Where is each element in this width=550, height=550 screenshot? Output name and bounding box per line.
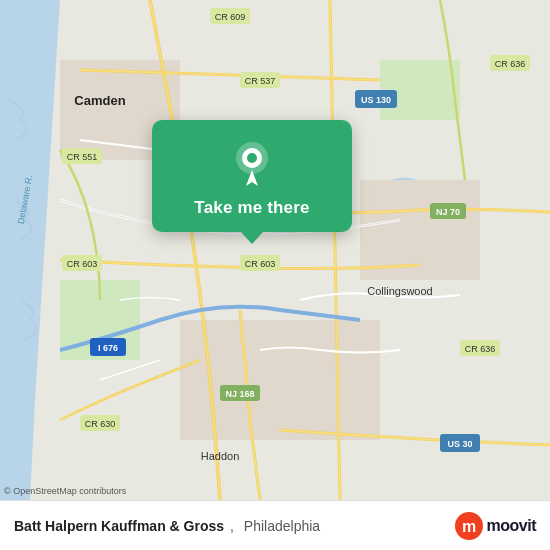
moovit-text: moovit: [487, 517, 536, 535]
place-city-name: Philadelphia: [244, 518, 320, 534]
svg-text:Camden: Camden: [74, 93, 125, 108]
svg-text:Haddon: Haddon: [201, 450, 240, 462]
svg-text:CR 603: CR 603: [67, 259, 98, 269]
svg-text:US 130: US 130: [361, 95, 391, 105]
moovit-logo: m moovit: [455, 512, 536, 540]
svg-text:CR 537: CR 537: [245, 76, 276, 86]
svg-text:CR 609: CR 609: [215, 12, 246, 22]
pin-icon: [228, 138, 276, 186]
svg-text:NJ 70: NJ 70: [436, 207, 460, 217]
place-city: ,: [230, 518, 238, 534]
svg-text:I 676: I 676: [98, 343, 118, 353]
svg-text:CR 551: CR 551: [67, 152, 98, 162]
card-label: Take me there: [194, 198, 309, 218]
svg-text:© OpenStreetMap contributors: © OpenStreetMap contributors: [4, 486, 127, 496]
svg-text:m: m: [461, 518, 475, 535]
svg-text:CR 636: CR 636: [495, 59, 526, 69]
place-info: Batt Halpern Kauffman & Gross , Philadel…: [14, 518, 320, 534]
svg-text:Collingswood: Collingswood: [367, 285, 432, 297]
map-container[interactable]: CR 609 CR 537 US 130 CR 636 CR 551 NJ 70…: [0, 0, 550, 500]
bottom-bar: Batt Halpern Kauffman & Gross , Philadel…: [0, 500, 550, 550]
location-card[interactable]: Take me there: [152, 120, 352, 232]
svg-text:CR 630: CR 630: [85, 419, 116, 429]
svg-text:US 30: US 30: [447, 439, 472, 449]
svg-point-44: [247, 153, 257, 163]
svg-text:CR 636: CR 636: [465, 344, 496, 354]
svg-text:CR 603: CR 603: [245, 259, 276, 269]
svg-text:NJ 168: NJ 168: [225, 389, 254, 399]
moovit-icon: m: [455, 512, 483, 540]
place-name: Batt Halpern Kauffman & Gross: [14, 518, 224, 534]
